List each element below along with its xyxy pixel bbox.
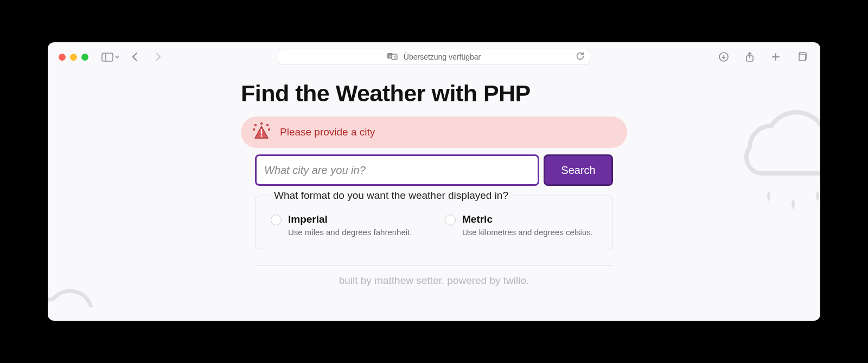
option-label: Imperial [288, 213, 412, 225]
share-button[interactable] [742, 49, 757, 64]
footer-text: built by matthew setter. powered by twil… [241, 275, 627, 287]
option-description: Use miles and degrees fahrenheit. [288, 228, 412, 237]
cloud-decoration-icon [712, 82, 820, 223]
maximize-window-button[interactable] [81, 54, 88, 61]
toolbar-right [716, 49, 809, 64]
city-input[interactable] [255, 154, 539, 186]
svg-rect-0 [102, 53, 113, 61]
main-content: Find the Weather with PHP Please provide [241, 80, 627, 287]
new-tab-button[interactable] [768, 49, 783, 64]
browser-window: A文 Übersetzung verfügbar [48, 42, 820, 321]
error-alert: Please provide a city [241, 116, 627, 148]
cloud-decoration-bl-icon [48, 272, 102, 321]
sidebar-toggle-button[interactable] [101, 53, 120, 62]
close-window-button[interactable] [59, 54, 66, 61]
footer-separator [255, 265, 613, 266]
radio-metric[interactable] [445, 215, 456, 225]
address-bar[interactable]: A文 Übersetzung verfügbar [278, 49, 590, 65]
radio-imperial[interactable] [271, 215, 282, 225]
downloads-button[interactable] [716, 49, 731, 64]
reload-icon[interactable] [576, 52, 584, 62]
option-description: Use kilometres and degrees celsius. [462, 228, 593, 237]
search-button[interactable]: Search [544, 154, 613, 186]
svg-point-15 [266, 124, 269, 126]
page-body: Find the Weather with PHP Please provide [48, 72, 820, 321]
format-option-imperial[interactable]: Imperial Use miles and degrees fahrenhei… [271, 213, 423, 237]
svg-point-19 [260, 135, 262, 137]
tab-overview-button[interactable] [794, 49, 809, 64]
page-title: Find the Weather with PHP [241, 80, 627, 107]
minimize-window-button[interactable] [70, 54, 77, 61]
option-label: Metric [462, 213, 593, 225]
search-row: Search [241, 154, 627, 186]
svg-point-13 [254, 124, 257, 126]
translate-icon: A文 [387, 52, 398, 62]
format-fieldset: What format do you want the weather disp… [255, 196, 613, 249]
format-option-metric[interactable]: Metric Use kilometres and degrees celsiu… [445, 213, 597, 237]
svg-point-16 [253, 128, 255, 131]
browser-toolbar: A文 Übersetzung verfügbar [48, 42, 820, 72]
nav-forward-button[interactable] [150, 49, 165, 64]
svg-text:文: 文 [393, 55, 397, 59]
alert-icon [252, 122, 271, 142]
alert-message: Please provide a city [280, 126, 375, 138]
svg-text:A: A [389, 54, 392, 58]
svg-point-17 [268, 128, 270, 131]
window-controls [59, 54, 88, 61]
svg-point-14 [260, 122, 263, 125]
address-bar-text: Übersetzung verfügbar [404, 53, 481, 61]
format-legend: What format do you want the weather disp… [271, 190, 512, 202]
nav-back-button[interactable] [127, 49, 143, 64]
